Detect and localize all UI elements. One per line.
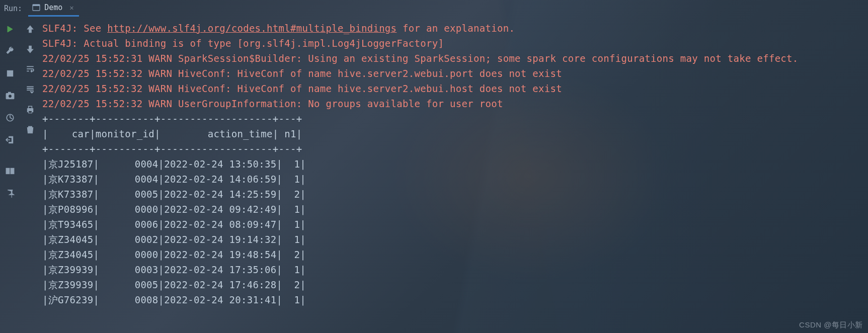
scroll-to-end-icon[interactable] [25, 84, 36, 95]
svg-rect-7 [6, 168, 10, 174]
table-row: |京P08996| 0000|2022-02-24 09:42:49| 1| [42, 204, 306, 215]
run-config-icon [32, 4, 40, 12]
print-icon[interactable] [25, 104, 36, 115]
log-line: SLF4J: Actual binding is of type [org.sl… [42, 38, 444, 49]
svg-rect-2 [7, 70, 13, 76]
console-output[interactable]: SLF4J: See http://www.slf4j.org/codes.ht… [40, 17, 868, 333]
pin-icon[interactable] [5, 188, 16, 199]
svg-rect-5 [9, 92, 11, 94]
table-row: |京T93465| 0006|2022-02-24 08:09:47| 1| [42, 219, 306, 230]
table-row: |京J25187| 0004|2022-02-24 13:50:35| 1| [42, 158, 306, 170]
table-border: +-------+----------+-------------------+… [42, 113, 302, 124]
run-tab-demo[interactable]: Demo ✕ [28, 0, 79, 17]
table-header: | car|monitor_id| action_time| n1| [42, 128, 302, 139]
wrench-icon[interactable] [5, 46, 16, 57]
log-line: SLF4J: See http://www.slf4j.org/codes.ht… [42, 23, 515, 34]
watermark: CSDN @每日小新 [799, 320, 863, 330]
log-line: 22/02/25 15:52:32 WARN HiveConf: HiveCon… [42, 83, 562, 94]
run-label: Run: [4, 4, 22, 13]
table-row: |京Z39939| 0005|2022-02-24 17:46:28| 2| [42, 279, 306, 290]
stop-button[interactable] [5, 68, 16, 79]
left-toolbar-2 [20, 17, 40, 333]
layout-icon[interactable] [5, 165, 16, 177]
slf4j-link[interactable]: http://www.slf4j.org/codes.html#multiple… [107, 23, 397, 34]
camera-icon[interactable] [5, 90, 16, 101]
svg-point-4 [9, 95, 12, 98]
svg-rect-12 [29, 126, 32, 127]
svg-rect-1 [33, 5, 40, 6]
table-row: |沪G76239| 0008|2022-02-24 20:31:41| 1| [42, 294, 306, 305]
table-row: |京Z34045| 0000|2022-02-24 19:48:54| 2| [42, 249, 306, 260]
table-row: |京K73387| 0004|2022-02-24 14:06:59| 1| [42, 174, 306, 185]
svg-rect-10 [29, 106, 32, 109]
log-line: 22/02/25 15:52:31 WARN SparkSession$Buil… [42, 53, 799, 64]
soft-wrap-icon[interactable] [25, 64, 36, 75]
svg-rect-8 [11, 168, 14, 174]
log-line: 22/02/25 15:52:32 WARN UserGroupInformat… [42, 98, 503, 109]
left-toolbar-1 [0, 17, 20, 333]
table-border: +-------+----------+-------------------+… [42, 143, 302, 154]
profiler-icon[interactable] [5, 112, 16, 123]
trash-icon[interactable] [25, 124, 36, 135]
up-arrow-icon[interactable] [25, 24, 36, 35]
svg-rect-11 [29, 111, 32, 113]
log-line: 22/02/25 15:52:32 WARN HiveConf: HiveCon… [42, 68, 562, 79]
table-row: |京Z34045| 0002|2022-02-24 19:14:32| 1| [42, 234, 306, 245]
tab-label: Demo [44, 3, 62, 12]
exit-icon[interactable] [5, 134, 16, 145]
close-icon[interactable]: ✕ [69, 4, 73, 12]
rerun-button[interactable] [5, 24, 16, 35]
table-row: |京Z39939| 0003|2022-02-24 17:35:06| 1| [42, 264, 306, 275]
down-arrow-icon[interactable] [25, 44, 36, 55]
run-tool-window-header: Run: Demo ✕ [0, 0, 868, 17]
table-row: |京K73387| 0005|2022-02-24 14:25:59| 2| [42, 189, 306, 200]
